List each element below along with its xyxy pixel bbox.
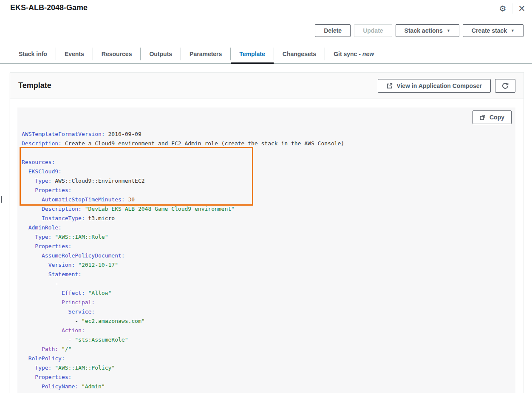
external-link-icon [387, 83, 393, 89]
code-line [22, 148, 515, 158]
tab-bar: Stack infoEventsResourcesOutputsParamete… [0, 44, 532, 64]
tab-label: Changesets [283, 51, 316, 57]
close-icon: × [518, 3, 525, 14]
vertical-divider [512, 3, 512, 14]
code-line: PolicyName: "Admin" [22, 382, 515, 391]
code-line: PolicyDocument: [22, 391, 515, 393]
code-lines: AWSTemplateFormatVersion: 2010-09-09Desc… [22, 130, 515, 393]
delete-button-label: Delete [324, 27, 342, 34]
delete-button[interactable]: Delete [315, 24, 351, 37]
view-in-application-composer-label: View in Application Composer [396, 82, 482, 89]
panel-title: Template [18, 81, 51, 90]
code-line: Resources: [22, 158, 515, 167]
stack-actions-button-label: Stack actions [405, 27, 443, 34]
update-button: Update [354, 24, 392, 37]
code-line: Properties: [22, 186, 515, 195]
code-line: - "ec2.amazonaws.com" [22, 317, 515, 326]
copy-label: Copy [490, 114, 504, 121]
copy-button[interactable]: Copy [473, 110, 512, 124]
code-line: Version: "2012-10-17" [22, 260, 515, 270]
code-line: Description: "DevLab EKS ALB 2048 Game C… [22, 204, 515, 214]
code-line: InstanceType: t3.micro [22, 214, 515, 223]
code-line: Action: [22, 326, 515, 335]
page-title: EKS-ALB-2048-Game [10, 3, 88, 12]
window-controls: ⚙ × [496, 2, 529, 15]
code-line: EKSCloud9: [22, 167, 515, 176]
code-line: Effect: "Allow" [22, 288, 515, 298]
caret-down-icon: ▼ [511, 29, 515, 33]
code-line: Type: "AWS::IAM::Role" [22, 232, 515, 242]
code-line: AdminRole: [22, 223, 515, 232]
code-line: - "sts:AssumeRole" [22, 335, 515, 345]
tab-label: Outputs [149, 51, 172, 57]
stack-action-buttons: DeleteUpdateStack actions▼Create stack▼ [315, 24, 524, 37]
template-code-viewer[interactable]: AWSTemplateFormatVersion: 2010-09-09Desc… [17, 107, 515, 393]
tab-label: Parameters [190, 51, 222, 57]
tab-outputs[interactable]: Outputs [141, 44, 181, 63]
code-line: Service: [22, 307, 515, 317]
close-button[interactable]: × [515, 2, 529, 15]
stack-actions-button[interactable]: Stack actions▼ [396, 24, 459, 37]
refresh-button[interactable] [495, 79, 515, 93]
tab-label: Events [65, 51, 84, 57]
caret-down-icon: ▼ [447, 29, 450, 33]
code-line: AssumeRolePolicyDocument: [22, 251, 515, 260]
tab-template[interactable]: Template [231, 44, 273, 63]
view-in-application-composer-button[interactable]: View in Application Composer [378, 79, 491, 93]
template-panel-header: Template View in Application Composer [10, 73, 524, 99]
settings-gear-button[interactable]: ⚙ [496, 2, 509, 15]
code-line: Type: "AWS::IAM::Policy" [22, 363, 515, 373]
code-line: Properties: [22, 373, 515, 382]
copy-icon [480, 114, 486, 120]
code-line: RolePolicy: [22, 354, 515, 363]
code-line: - [22, 279, 515, 288]
code-line: Path: "/" [22, 345, 515, 354]
code-line: Principal: [22, 298, 515, 307]
template-panel-body: AWSTemplateFormatVersion: 2010-09-09Desc… [10, 99, 524, 393]
create-stack-button[interactable]: Create stack▼ [463, 24, 524, 37]
tab-parameters[interactable]: Parameters [181, 44, 230, 63]
gear-icon: ⚙ [499, 4, 506, 14]
tab-label: Resources [102, 51, 132, 57]
tab-label: Stack info [19, 51, 47, 57]
create-stack-button-label: Create stack [472, 27, 507, 34]
new-badge: new [362, 51, 374, 57]
tab-git-sync[interactable]: Git sync - new [325, 44, 382, 63]
tab-label: Git sync - [334, 51, 362, 57]
code-line: AWSTemplateFormatVersion: 2010-09-09 [22, 130, 515, 139]
code-line: Statement: [22, 270, 515, 279]
panel-header-actions: View in Application Composer [378, 79, 515, 93]
refresh-icon [502, 82, 509, 89]
tab-label: Template [239, 51, 265, 57]
tab-changesets[interactable]: Changesets [274, 44, 325, 63]
code-line: Description: Create a Cloud9 environment… [22, 139, 515, 148]
tab-events[interactable]: Events [56, 44, 93, 63]
update-button-label: Update [363, 27, 383, 34]
tab-stack-info[interactable]: Stack info [10, 44, 56, 63]
template-panel: Template View in Application Composer [10, 72, 524, 393]
code-line: Properties: [22, 242, 515, 251]
code-line: Type: AWS::Cloud9::EnvironmentEC2 [22, 176, 515, 186]
tab-resources[interactable]: Resources [93, 44, 141, 63]
code-line: AutomaticStopTimeMinutes: 30 [22, 195, 515, 204]
stray-text-cursor [1, 196, 2, 203]
